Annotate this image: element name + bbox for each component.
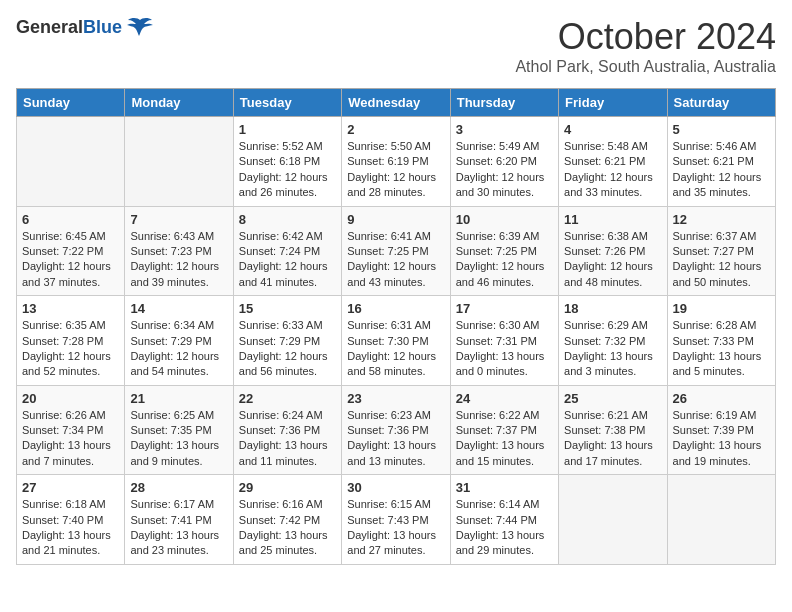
day-info: Sunrise: 6:33 AM Sunset: 7:29 PM Dayligh…: [239, 318, 336, 380]
day-info: Sunrise: 6:38 AM Sunset: 7:26 PM Dayligh…: [564, 229, 661, 291]
calendar-cell: 6Sunrise: 6:45 AM Sunset: 7:22 PM Daylig…: [17, 206, 125, 296]
calendar-cell: 30Sunrise: 6:15 AM Sunset: 7:43 PM Dayli…: [342, 475, 450, 565]
day-number: 21: [130, 391, 227, 406]
day-info: Sunrise: 6:30 AM Sunset: 7:31 PM Dayligh…: [456, 318, 553, 380]
day-number: 12: [673, 212, 770, 227]
day-number: 2: [347, 122, 444, 137]
title-area: October 2024 Athol Park, South Australia…: [515, 16, 776, 76]
day-number: 29: [239, 480, 336, 495]
calendar-cell: [125, 117, 233, 207]
calendar-cell: 3Sunrise: 5:49 AM Sunset: 6:20 PM Daylig…: [450, 117, 558, 207]
calendar-cell: 10Sunrise: 6:39 AM Sunset: 7:25 PM Dayli…: [450, 206, 558, 296]
day-number: 22: [239, 391, 336, 406]
calendar-cell: 12Sunrise: 6:37 AM Sunset: 7:27 PM Dayli…: [667, 206, 775, 296]
calendar-cell: 24Sunrise: 6:22 AM Sunset: 7:37 PM Dayli…: [450, 385, 558, 475]
week-row-5: 27Sunrise: 6:18 AM Sunset: 7:40 PM Dayli…: [17, 475, 776, 565]
week-row-1: 1Sunrise: 5:52 AM Sunset: 6:18 PM Daylig…: [17, 117, 776, 207]
calendar-cell: 14Sunrise: 6:34 AM Sunset: 7:29 PM Dayli…: [125, 296, 233, 386]
day-number: 18: [564, 301, 661, 316]
day-info: Sunrise: 6:29 AM Sunset: 7:32 PM Dayligh…: [564, 318, 661, 380]
day-number: 30: [347, 480, 444, 495]
day-number: 14: [130, 301, 227, 316]
day-header-tuesday: Tuesday: [233, 89, 341, 117]
day-info: Sunrise: 6:25 AM Sunset: 7:35 PM Dayligh…: [130, 408, 227, 470]
day-number: 27: [22, 480, 119, 495]
day-info: Sunrise: 6:23 AM Sunset: 7:36 PM Dayligh…: [347, 408, 444, 470]
calendar-cell: [17, 117, 125, 207]
day-info: Sunrise: 6:34 AM Sunset: 7:29 PM Dayligh…: [130, 318, 227, 380]
logo-bird-icon: [126, 16, 154, 38]
day-header-monday: Monday: [125, 89, 233, 117]
day-number: 3: [456, 122, 553, 137]
day-header-sunday: Sunday: [17, 89, 125, 117]
day-header-friday: Friday: [559, 89, 667, 117]
calendar-cell: 21Sunrise: 6:25 AM Sunset: 7:35 PM Dayli…: [125, 385, 233, 475]
day-number: 17: [456, 301, 553, 316]
day-number: 19: [673, 301, 770, 316]
day-info: Sunrise: 6:18 AM Sunset: 7:40 PM Dayligh…: [22, 497, 119, 559]
calendar-cell: [559, 475, 667, 565]
day-number: 9: [347, 212, 444, 227]
logo-general-text: General: [16, 17, 83, 37]
calendar-cell: 1Sunrise: 5:52 AM Sunset: 6:18 PM Daylig…: [233, 117, 341, 207]
day-number: 28: [130, 480, 227, 495]
calendar-cell: 23Sunrise: 6:23 AM Sunset: 7:36 PM Dayli…: [342, 385, 450, 475]
day-number: 4: [564, 122, 661, 137]
calendar-cell: 2Sunrise: 5:50 AM Sunset: 6:19 PM Daylig…: [342, 117, 450, 207]
day-info: Sunrise: 5:52 AM Sunset: 6:18 PM Dayligh…: [239, 139, 336, 201]
day-number: 25: [564, 391, 661, 406]
day-number: 7: [130, 212, 227, 227]
calendar-cell: 13Sunrise: 6:35 AM Sunset: 7:28 PM Dayli…: [17, 296, 125, 386]
header: GeneralBlue October 2024 Athol Park, Sou…: [16, 16, 776, 76]
day-info: Sunrise: 5:48 AM Sunset: 6:21 PM Dayligh…: [564, 139, 661, 201]
day-number: 5: [673, 122, 770, 137]
day-info: Sunrise: 5:50 AM Sunset: 6:19 PM Dayligh…: [347, 139, 444, 201]
calendar-cell: 28Sunrise: 6:17 AM Sunset: 7:41 PM Dayli…: [125, 475, 233, 565]
calendar-cell: 18Sunrise: 6:29 AM Sunset: 7:32 PM Dayli…: [559, 296, 667, 386]
calendar-cell: 22Sunrise: 6:24 AM Sunset: 7:36 PM Dayli…: [233, 385, 341, 475]
day-info: Sunrise: 6:31 AM Sunset: 7:30 PM Dayligh…: [347, 318, 444, 380]
calendar-cell: 27Sunrise: 6:18 AM Sunset: 7:40 PM Dayli…: [17, 475, 125, 565]
day-header-thursday: Thursday: [450, 89, 558, 117]
day-number: 23: [347, 391, 444, 406]
day-header-saturday: Saturday: [667, 89, 775, 117]
week-row-3: 13Sunrise: 6:35 AM Sunset: 7:28 PM Dayli…: [17, 296, 776, 386]
calendar-cell: 29Sunrise: 6:16 AM Sunset: 7:42 PM Dayli…: [233, 475, 341, 565]
day-info: Sunrise: 6:28 AM Sunset: 7:33 PM Dayligh…: [673, 318, 770, 380]
calendar-cell: 15Sunrise: 6:33 AM Sunset: 7:29 PM Dayli…: [233, 296, 341, 386]
calendar-cell: 9Sunrise: 6:41 AM Sunset: 7:25 PM Daylig…: [342, 206, 450, 296]
day-info: Sunrise: 6:35 AM Sunset: 7:28 PM Dayligh…: [22, 318, 119, 380]
calendar-cell: 16Sunrise: 6:31 AM Sunset: 7:30 PM Dayli…: [342, 296, 450, 386]
calendar-cell: 8Sunrise: 6:42 AM Sunset: 7:24 PM Daylig…: [233, 206, 341, 296]
day-number: 16: [347, 301, 444, 316]
day-info: Sunrise: 6:16 AM Sunset: 7:42 PM Dayligh…: [239, 497, 336, 559]
day-number: 26: [673, 391, 770, 406]
week-row-4: 20Sunrise: 6:26 AM Sunset: 7:34 PM Dayli…: [17, 385, 776, 475]
calendar-cell: 31Sunrise: 6:14 AM Sunset: 7:44 PM Dayli…: [450, 475, 558, 565]
day-info: Sunrise: 6:42 AM Sunset: 7:24 PM Dayligh…: [239, 229, 336, 291]
day-number: 20: [22, 391, 119, 406]
day-number: 15: [239, 301, 336, 316]
day-info: Sunrise: 6:37 AM Sunset: 7:27 PM Dayligh…: [673, 229, 770, 291]
calendar-cell: 5Sunrise: 5:46 AM Sunset: 6:21 PM Daylig…: [667, 117, 775, 207]
day-info: Sunrise: 5:49 AM Sunset: 6:20 PM Dayligh…: [456, 139, 553, 201]
day-info: Sunrise: 6:39 AM Sunset: 7:25 PM Dayligh…: [456, 229, 553, 291]
calendar-cell: 7Sunrise: 6:43 AM Sunset: 7:23 PM Daylig…: [125, 206, 233, 296]
calendar-cell: 17Sunrise: 6:30 AM Sunset: 7:31 PM Dayli…: [450, 296, 558, 386]
calendar-cell: 26Sunrise: 6:19 AM Sunset: 7:39 PM Dayli…: [667, 385, 775, 475]
day-info: Sunrise: 6:45 AM Sunset: 7:22 PM Dayligh…: [22, 229, 119, 291]
day-info: Sunrise: 6:14 AM Sunset: 7:44 PM Dayligh…: [456, 497, 553, 559]
calendar-cell: 25Sunrise: 6:21 AM Sunset: 7:38 PM Dayli…: [559, 385, 667, 475]
day-info: Sunrise: 6:41 AM Sunset: 7:25 PM Dayligh…: [347, 229, 444, 291]
location-title: Athol Park, South Australia, Australia: [515, 58, 776, 76]
day-number: 10: [456, 212, 553, 227]
month-title: October 2024: [515, 16, 776, 58]
day-number: 8: [239, 212, 336, 227]
day-info: Sunrise: 6:21 AM Sunset: 7:38 PM Dayligh…: [564, 408, 661, 470]
calendar-cell: [667, 475, 775, 565]
day-info: Sunrise: 6:22 AM Sunset: 7:37 PM Dayligh…: [456, 408, 553, 470]
header-row: SundayMondayTuesdayWednesdayThursdayFrid…: [17, 89, 776, 117]
day-info: Sunrise: 5:46 AM Sunset: 6:21 PM Dayligh…: [673, 139, 770, 201]
day-number: 6: [22, 212, 119, 227]
logo-blue-text: Blue: [83, 17, 122, 37]
